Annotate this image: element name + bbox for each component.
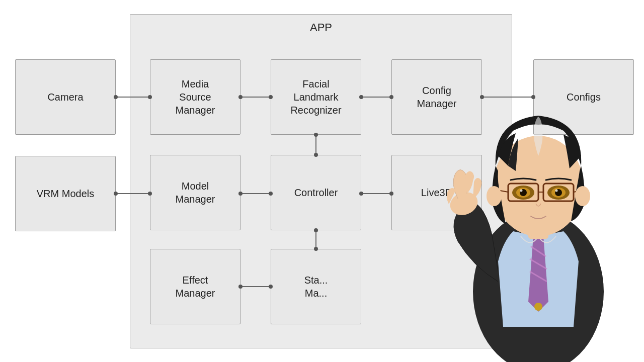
svg-point-51	[487, 186, 502, 206]
camera-label: Camera	[47, 90, 83, 104]
character-svg	[433, 50, 644, 362]
svg-point-52	[575, 186, 590, 206]
stage-manager-label: Sta...Ma...	[304, 274, 328, 300]
camera-node: Camera	[15, 59, 116, 135]
app-label: APP	[310, 21, 332, 35]
svg-point-35	[534, 303, 542, 311]
effect-manager-node: EffectManager	[150, 249, 240, 324]
media-source-manager-node: MediaSourceManager	[150, 59, 240, 135]
controller-label: Controller	[294, 186, 338, 199]
media-source-manager-label: MediaSourceManager	[176, 77, 215, 117]
model-manager-label: ModelManager	[176, 179, 215, 206]
vrm-models-node: VRM Models	[15, 156, 116, 231]
model-manager-node: ModelManager	[150, 155, 240, 230]
stage-manager-node: Sta...Ma...	[271, 249, 361, 324]
svg-point-50	[555, 190, 558, 192]
character-overlay	[433, 50, 644, 362]
facial-landmark-label: FacialLandmarkRecognizer	[290, 77, 341, 117]
effect-manager-label: EffectManager	[176, 274, 215, 300]
vrm-models-label: VRM Models	[37, 187, 94, 200]
diagram-container: APP Camera VRM Models Configs MediaSourc…	[0, 0, 644, 362]
controller-node: Controller	[271, 155, 361, 230]
svg-point-49	[520, 190, 523, 192]
facial-landmark-node: FacialLandmarkRecognizer	[271, 59, 361, 135]
